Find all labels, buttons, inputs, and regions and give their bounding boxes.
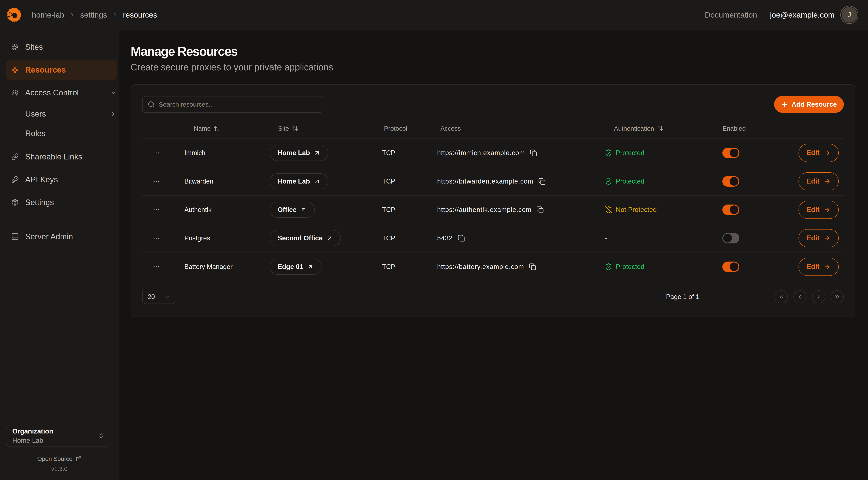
- edit-button[interactable]: Edit: [799, 172, 839, 190]
- site-link[interactable]: Home Lab: [270, 173, 328, 189]
- table-header: Name Site Protocol Access Authentication: [142, 119, 844, 139]
- last-page-button[interactable]: [831, 290, 844, 303]
- resources-table: Name Site Protocol Access Authentication: [142, 119, 844, 281]
- arrow-right-icon: [824, 206, 831, 213]
- site-link[interactable]: Second Office: [270, 230, 341, 246]
- row-menu-button[interactable]: [153, 149, 160, 156]
- copy-button[interactable]: [529, 263, 536, 270]
- sidebar-item-sites[interactable]: Sites: [6, 37, 117, 57]
- search-box: [142, 96, 323, 113]
- avatar[interactable]: J: [840, 6, 859, 24]
- edit-label: Edit: [806, 263, 819, 271]
- column-header-authentication[interactable]: Authentication: [599, 125, 717, 132]
- protocol-value: TCP: [382, 206, 395, 214]
- resource-name: Authentik: [184, 206, 212, 214]
- page-indicator: Page 1 of 1: [666, 293, 700, 301]
- edit-button[interactable]: Edit: [799, 258, 839, 276]
- breadcrumb-org[interactable]: home-lab: [32, 10, 64, 19]
- sort-icon: [292, 125, 298, 131]
- site-link[interactable]: Home Lab: [270, 145, 328, 161]
- edit-button[interactable]: Edit: [799, 144, 839, 162]
- site-link[interactable]: Office: [270, 202, 315, 218]
- copy-button[interactable]: [530, 149, 537, 156]
- protocol-value: TCP: [382, 263, 395, 271]
- pagination: 20 Page 1 of 1: [142, 290, 844, 304]
- arrow-right-icon: [824, 149, 831, 156]
- enabled-toggle[interactable]: [722, 176, 739, 187]
- row-menu-button[interactable]: [153, 263, 160, 270]
- toggle-knob: [723, 234, 732, 243]
- sidebar-bottom-divider: [0, 417, 119, 417]
- column-header-name[interactable]: Name: [179, 125, 264, 132]
- search-icon: [148, 101, 155, 108]
- breadcrumb-current[interactable]: resources: [123, 10, 157, 19]
- more-options-icon: [153, 149, 160, 156]
- sidebar-item-label: Shareable Links: [25, 152, 82, 161]
- sidebar-item-access-control[interactable]: Access Control: [6, 83, 117, 102]
- more-options-icon: [153, 235, 160, 242]
- pangolin-logo-icon[interactable]: [6, 7, 22, 23]
- copy-button[interactable]: [538, 178, 546, 185]
- chevron-right-icon: [110, 111, 117, 117]
- auth-status: Protected: [599, 149, 717, 157]
- copy-icon: [530, 149, 537, 156]
- waypoints-icon: [11, 66, 19, 73]
- next-page-button[interactable]: [812, 290, 825, 303]
- site-link[interactable]: Edge 01: [270, 259, 321, 275]
- resource-name: Immich: [184, 149, 205, 157]
- server-icon: [11, 233, 19, 240]
- sidebar-item-settings[interactable]: Settings: [6, 192, 117, 212]
- main-content: Manage Resources Create secure proxies t…: [119, 30, 868, 480]
- protocol-value: TCP: [382, 149, 395, 157]
- user-email[interactable]: joe@example.com: [770, 10, 835, 19]
- enabled-toggle[interactable]: [722, 233, 739, 243]
- resources-card: Add Resource Name Site Protocol Access: [131, 84, 855, 317]
- page-size-select[interactable]: 20: [142, 290, 175, 304]
- column-header-site[interactable]: Site: [264, 125, 376, 132]
- auth-status: Protected: [599, 178, 717, 185]
- organization-label: Organization: [12, 427, 53, 435]
- access-value: https://bitwarden.example.com: [437, 178, 533, 185]
- edit-label: Edit: [806, 177, 819, 185]
- add-resource-button[interactable]: Add Resource: [774, 96, 844, 113]
- copy-button[interactable]: [536, 206, 544, 213]
- sidebar-item-shareable-links[interactable]: Shareable Links: [6, 147, 117, 167]
- first-page-button[interactable]: [775, 290, 788, 303]
- row-menu-button[interactable]: [153, 178, 160, 185]
- sidebar-item-roles[interactable]: Roles: [6, 125, 117, 142]
- plus-icon: [781, 101, 788, 108]
- copy-button[interactable]: [458, 235, 465, 242]
- resource-name: Battery Manager: [184, 263, 232, 271]
- toggle-knob: [730, 177, 739, 186]
- sidebar-item-label: Resources: [25, 65, 66, 74]
- sidebar-item-server-admin[interactable]: Server Admin: [6, 227, 117, 246]
- search-input[interactable]: [159, 101, 318, 108]
- breadcrumb-settings[interactable]: settings: [80, 10, 107, 19]
- sidebar-item-resources[interactable]: Resources: [6, 60, 117, 80]
- row-menu-button[interactable]: [153, 235, 160, 242]
- chevron-left-icon: [797, 294, 803, 300]
- sidebar-item-label: API Keys: [25, 175, 58, 184]
- previous-page-button[interactable]: [794, 290, 806, 303]
- toggle-knob: [730, 205, 739, 214]
- open-source-link[interactable]: Open Source: [0, 455, 119, 462]
- enabled-toggle[interactable]: [722, 262, 739, 272]
- site-name: Edge 01: [278, 263, 303, 271]
- edit-button[interactable]: Edit: [799, 229, 839, 247]
- sidebar-item-label: Users: [25, 109, 46, 118]
- documentation-link[interactable]: Documentation: [705, 10, 757, 19]
- enabled-toggle[interactable]: [722, 148, 739, 158]
- access-value: https://battery.example.com: [437, 263, 524, 271]
- sidebar-item-label: Access Control: [25, 88, 79, 97]
- edit-label: Edit: [806, 206, 819, 214]
- sidebar-item-users[interactable]: Users: [6, 106, 117, 122]
- gear-icon: [11, 199, 19, 206]
- row-menu-button[interactable]: [153, 206, 160, 213]
- organization-selector[interactable]: Organization Home Lab: [6, 425, 111, 447]
- enabled-toggle[interactable]: [722, 205, 739, 215]
- auth-status-label: -: [605, 234, 607, 242]
- chevrons-left-icon: [778, 294, 784, 300]
- sidebar-item-api-keys[interactable]: API Keys: [6, 170, 117, 189]
- edit-button[interactable]: Edit: [799, 201, 839, 219]
- site-name: Home Lab: [278, 149, 310, 157]
